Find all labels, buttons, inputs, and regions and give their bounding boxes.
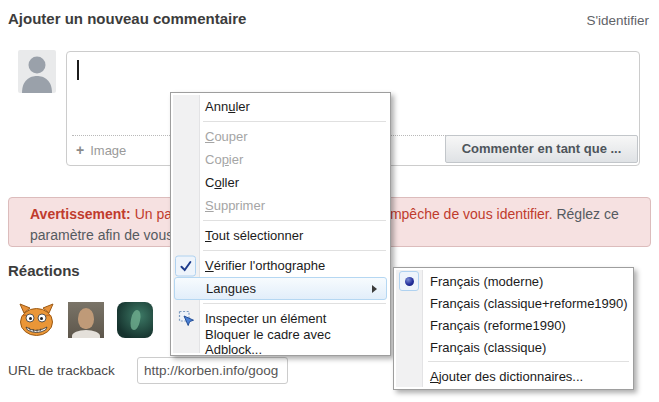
language-submenu-item-label: Ajouter des dictionnaires... xyxy=(430,369,583,384)
language-submenu: Français (moderne)Français (classique+re… xyxy=(393,267,634,390)
artwork-avatar[interactable] xyxy=(117,302,153,338)
portrait-shirt xyxy=(72,330,100,338)
context-menu-item-copier: Copier xyxy=(172,148,389,171)
language-submenu-item-label: Français (moderne) xyxy=(430,274,543,289)
radio-selected-icon xyxy=(399,271,419,291)
context-menu: AnnulerCouperCopierCollerSupprimerTout s… xyxy=(170,92,391,356)
context-menu-item-tout-selectionner[interactable]: Tout sélectionner xyxy=(172,224,389,247)
context-menu-item-label: Bloquer le cadre avec Adblock... xyxy=(205,327,389,357)
language-submenu-item-francais-classique[interactable]: Français (classique) xyxy=(395,336,632,358)
context-menu-item-bloquer-le-cadre-avec-adblock[interactable]: Bloquer le cadre avec Adblock... xyxy=(172,330,389,353)
artwork-figure xyxy=(129,309,142,330)
cat-avatar[interactable] xyxy=(18,303,55,337)
add-image-button[interactable]: +Image xyxy=(76,142,126,158)
context-menu-item-label: Tout sélectionner xyxy=(205,228,303,243)
trackback-url-input[interactable] xyxy=(137,357,288,384)
context-menu-item-annuler[interactable]: Annuler xyxy=(172,95,389,118)
add-image-label: Image xyxy=(90,143,126,158)
context-menu-item-label: Copier xyxy=(205,152,243,167)
comment-as-button[interactable]: Commenter en tant que ... xyxy=(445,135,638,163)
warning-prefix: Avertissement: xyxy=(30,206,131,222)
context-menu-item-label: Vérifier l'orthographe xyxy=(205,258,325,273)
context-menu-item-verifier-l-orthographe[interactable]: Vérifier l'orthographe xyxy=(172,254,389,277)
text-caret xyxy=(77,60,79,80)
context-menu-item-label: Annuler xyxy=(205,99,250,114)
portrait-face xyxy=(78,308,94,329)
person-icon xyxy=(18,50,56,93)
context-menu-separator xyxy=(203,303,386,304)
reactions-title: Réactions xyxy=(8,262,80,279)
context-menu-item-label: Coller xyxy=(205,175,239,190)
signin-link[interactable]: S'identifier xyxy=(586,13,649,28)
language-submenu-list: Français (moderne)Français (classique+re… xyxy=(395,270,632,387)
context-menu-item-couper: Couper xyxy=(172,125,389,148)
context-menu-item-supprimer: Supprimer xyxy=(172,194,389,217)
language-submenu-item-label: Français (classique) xyxy=(430,340,546,355)
checkmark-icon xyxy=(175,255,196,276)
page-title: Ajouter un nouveau commentaire xyxy=(8,10,246,27)
context-menu-item-label: Couper xyxy=(205,129,248,144)
trackback-label: URL de trackback xyxy=(8,363,115,378)
portrait-avatar[interactable] xyxy=(68,302,104,338)
plus-icon: + xyxy=(76,142,84,158)
context-menu-separator xyxy=(203,121,386,122)
context-menu-item-coller[interactable]: Coller xyxy=(172,171,389,194)
context-menu-item-label: Supprimer xyxy=(205,198,265,213)
user-avatar-placeholder xyxy=(18,50,56,93)
context-menu-item-label: Langues xyxy=(206,281,256,296)
submenu-arrow-icon xyxy=(372,285,377,293)
context-menu-list: AnnulerCouperCopierCollerSupprimerTout s… xyxy=(172,95,389,353)
context-menu-item-label: Inspecter un élément xyxy=(205,311,326,326)
inspect-element-icon xyxy=(177,310,195,328)
language-submenu-item-label: Français (classique+reforme1990) xyxy=(430,296,628,311)
radio-dot xyxy=(405,277,414,286)
language-submenu-item-francais-reforme1990[interactable]: Français (reforme1990) xyxy=(395,314,632,336)
cat-illustration xyxy=(18,303,55,337)
context-menu-separator xyxy=(203,250,386,251)
language-submenu-separator xyxy=(428,361,629,362)
language-submenu-item-label: Français (reforme1990) xyxy=(430,318,566,333)
context-menu-separator xyxy=(203,220,386,221)
language-submenu-item-francais-moderne[interactable]: Français (moderne) xyxy=(395,270,632,292)
language-submenu-item-ajouter-des-dictionnaires[interactable]: Ajouter des dictionnaires... xyxy=(395,365,632,387)
context-menu-item-langues[interactable]: Langues xyxy=(174,277,387,300)
language-submenu-item-francais-classique-reforme1990[interactable]: Français (classique+reforme1990) xyxy=(395,292,632,314)
